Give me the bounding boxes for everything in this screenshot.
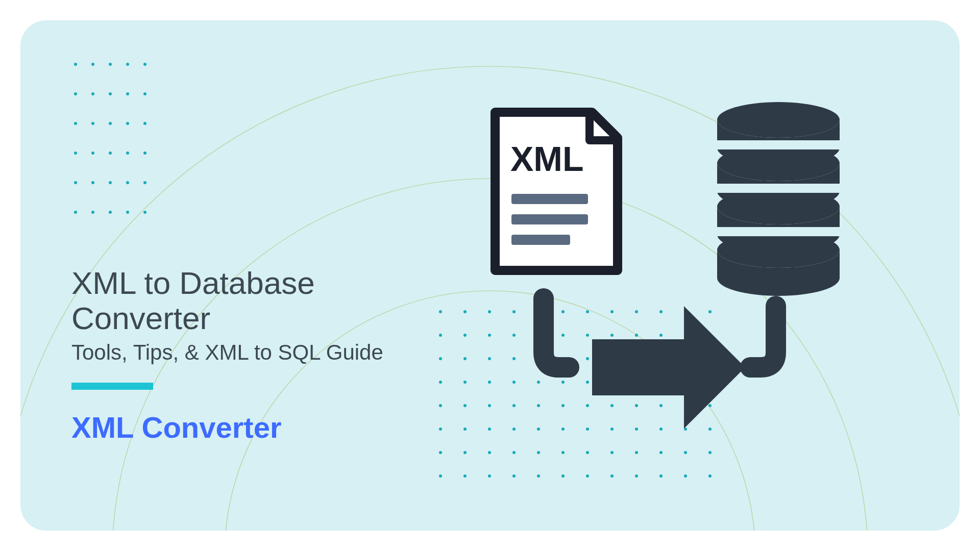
svg-rect-5 xyxy=(511,235,570,245)
svg-rect-4 xyxy=(511,214,588,224)
xml-file-label: XML xyxy=(510,139,584,178)
svg-point-8 xyxy=(717,189,840,224)
page-subtitle: Tools, Tips, & XML to SQL Guide xyxy=(71,340,383,365)
svg-rect-12 xyxy=(715,227,842,236)
brand-label: XML Converter xyxy=(71,410,383,444)
xml-file-icon: XML xyxy=(495,111,619,270)
connector-left-icon xyxy=(544,298,569,367)
database-icon xyxy=(715,102,842,296)
decorative-dots-top-left xyxy=(74,59,161,236)
svg-point-9 xyxy=(717,232,840,268)
hero-card: XML to Database Converter Tools, Tips, &… xyxy=(20,20,960,531)
svg-rect-10 xyxy=(715,140,842,149)
svg-point-7 xyxy=(717,145,840,181)
svg-rect-13 xyxy=(592,339,694,395)
conversion-illustration: XML xyxy=(475,102,852,459)
svg-rect-3 xyxy=(511,194,588,204)
svg-point-6 xyxy=(717,102,840,138)
accent-bar xyxy=(71,383,153,390)
svg-rect-11 xyxy=(715,184,842,193)
connector-right-icon xyxy=(750,306,776,367)
arrow-right-icon xyxy=(592,306,745,429)
page-title: XML to Database Converter xyxy=(71,265,383,336)
text-block: XML to Database Converter Tools, Tips, &… xyxy=(71,265,383,444)
